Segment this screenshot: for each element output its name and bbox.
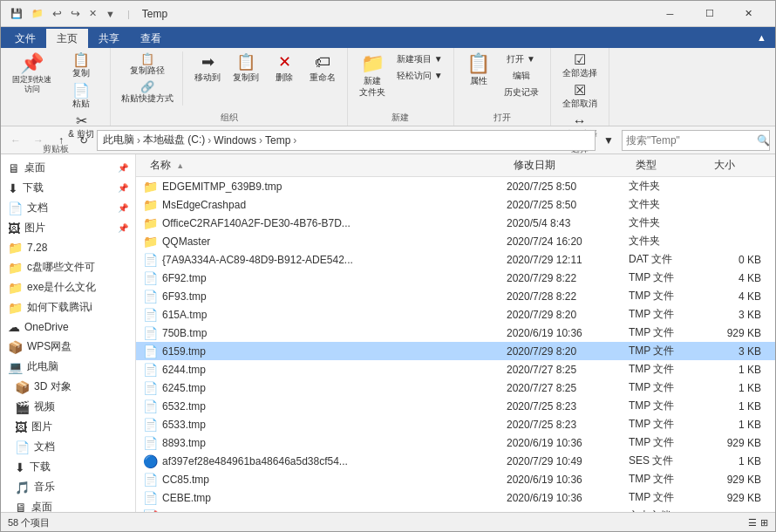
tab-share[interactable]: 共享 — [88, 29, 130, 48]
sidebar-item-cfiles[interactable]: 📁 c盘哪些文件可 — [1, 257, 135, 277]
select-none-label: 全部取消 — [562, 98, 597, 109]
sidebar-item-tencent[interactable]: 📁 如何下载腾讯i — [1, 297, 135, 317]
table-row[interactable]: 📄 6533.tmp 2020/7/25 8:23 TMP 文件 1 KB — [136, 415, 775, 433]
table-row[interactable]: 📄 6159.tmp 2020/7/29 8:20 TMP 文件 3 KB — [136, 342, 775, 360]
breadcrumb[interactable]: 此电脑 › 本地磁盘 (C:) › Windows › Temp › — [97, 130, 596, 151]
sidebar-item-exe[interactable]: 📁 exe是什么文化 — [1, 277, 135, 297]
table-row[interactable]: 📄 6244.tmp 2020/7/27 8:25 TMP 文件 1 KB — [136, 360, 775, 379]
folder-icon[interactable]: 📁 — [29, 7, 46, 20]
properties-button[interactable]: 📋 属性 — [461, 51, 496, 89]
table-row[interactable]: 📄 750B.tmp 2020/6/19 10:36 TMP 文件 929 KB — [136, 324, 775, 342]
large-icons-view-icon[interactable]: ⊞ — [760, 517, 768, 529]
new-folder-button[interactable]: 📁 新建文件夹 — [355, 51, 390, 100]
details-view-icon[interactable]: ☰ — [748, 517, 757, 529]
sidebar-item-downloads[interactable]: ⬇ 下载 📌 — [1, 178, 135, 198]
table-row[interactable]: 📁 EDGEMITMP_639B9.tmp 2020/7/25 8:50 文件夹 — [136, 177, 775, 195]
tab-home[interactable]: 主页 — [46, 29, 88, 48]
search-input[interactable] — [626, 134, 757, 147]
select-none-button[interactable]: ☒ 全部取消 — [558, 82, 602, 111]
open-button[interactable]: 打开 ▼ — [500, 51, 543, 66]
file-size-cell: 1 KB — [707, 400, 768, 413]
sidebar-item-thispc[interactable]: 💻 此电脑 — [1, 357, 135, 377]
file-name: 6F93.tmp — [162, 290, 207, 303]
new-item-button[interactable]: 新建项目 ▼ — [393, 51, 446, 66]
table-row[interactable]: 📄 8893.tmp 2020/6/19 10:36 TMP 文件 929 KB — [136, 433, 775, 452]
col-header-name[interactable]: 名称 ▲ — [143, 154, 507, 176]
easy-access-button[interactable]: 轻松访问 ▼ — [393, 68, 446, 83]
folder-file-icon: 📁 — [143, 235, 158, 249]
close-button[interactable]: ✕ — [729, 1, 768, 27]
back-button[interactable]: ← — [6, 131, 25, 150]
table-row[interactable]: 📄 615A.tmp 2020/7/29 8:20 TMP 文件 3 KB — [136, 305, 775, 324]
sidebar-item-dl[interactable]: ⬇ 下载 — [1, 457, 135, 477]
col-header-date[interactable]: 修改日期 — [507, 154, 629, 176]
sidebar-item-pics[interactable]: 🖼 图片 — [1, 417, 135, 437]
maximize-button[interactable]: ☐ — [690, 1, 729, 27]
dropdown-icon[interactable]: ▼ — [103, 8, 118, 20]
dropdown-path-button[interactable]: ▼ — [599, 131, 618, 150]
window-controls: ─ ☐ ✕ — [650, 1, 768, 27]
move-to-button[interactable]: ➡ 移动到 — [190, 51, 225, 85]
rename-button[interactable]: 🏷 重命名 — [305, 51, 340, 85]
sidebar-item-wps[interactable]: 📦 WPS网盘 — [1, 337, 135, 357]
table-row[interactable]: 📄 CEBE.tmp 2020/6/19 10:36 TMP 文件 929 KB — [136, 488, 775, 507]
desktop-icon: 🖥 — [8, 161, 20, 175]
table-row[interactable]: 📄 6245.tmp 2020/7/27 8:25 TMP 文件 1 KB — [136, 379, 775, 397]
sidebar-item-onedrive[interactable]: ☁ OneDrive — [1, 317, 135, 337]
breadcrumb-computer[interactable]: 此电脑 — [103, 133, 134, 147]
sidebar-item-pictures[interactable]: 🖼 图片 📌 — [1, 218, 135, 238]
breadcrumb-drive[interactable]: 本地磁盘 (C:) — [143, 133, 205, 147]
sidebar-item-documents[interactable]: 📄 文档 📌 — [1, 198, 135, 218]
sidebar-item-728[interactable]: 📁 7.28 — [1, 238, 135, 257]
table-row[interactable]: 📁 OfficeC2RAF140A2F-DE30-4B76-B7D... 202… — [136, 214, 775, 232]
ribbon-section-new: 📁 新建文件夹 新建项目 ▼ 轻松访问 ▼ 新建 — [348, 48, 454, 126]
paste-shortcut-button[interactable]: 🔗 粘贴快捷方式 — [118, 79, 177, 106]
file-date-cell: 2020/7/27 8:25 — [507, 364, 629, 376]
copy-path-button[interactable]: 📋 复制路径 — [118, 51, 177, 78]
sidebar-item-video[interactable]: 🎬 视频 — [1, 397, 135, 417]
select-all-button[interactable]: ☑ 全部选择 — [558, 51, 602, 80]
sidebar-item-docs[interactable]: 📄 文档 — [1, 437, 135, 457]
table-row[interactable]: 📁 QQMaster 2020/7/24 16:20 文件夹 — [136, 232, 775, 250]
tab-file[interactable]: 文件 — [4, 29, 46, 48]
table-row[interactable]: 📁 MsEdgeCrashpad 2020/7/25 8:50 文件夹 — [136, 195, 775, 214]
up-button[interactable]: ↑ — [51, 131, 71, 150]
ribbon-expand-icon[interactable]: ▲ — [752, 31, 772, 44]
col-header-type[interactable]: 类型 — [629, 154, 707, 176]
table-row[interactable]: 📄 6F93.tmp 2020/7/28 8:22 TMP 文件 4 KB — [136, 287, 775, 305]
edit-button[interactable]: 编辑 — [500, 68, 543, 83]
close-quick-icon[interactable]: ✕ — [86, 7, 99, 20]
table-row[interactable]: 🔵 af397ef28e484961ba48646a5d38cf54... 20… — [136, 452, 775, 470]
minimize-button[interactable]: ─ — [650, 1, 690, 27]
sidebar-item-music[interactable]: 🎵 音乐 — [1, 477, 135, 497]
col-header-size[interactable]: 大小 — [707, 154, 768, 176]
copy-to-button[interactable]: 📋 复制到 — [228, 51, 263, 85]
table-row[interactable]: 📄 {7A9A334A-AC89-48D9-B912-ADE542... 202… — [136, 250, 775, 269]
open-buttons: 📋 属性 打开 ▼ 编辑 历史记录 — [461, 51, 543, 110]
copy-button[interactable]: 📋 复制 — [59, 51, 103, 80]
history-button[interactable]: 历史记录 — [500, 85, 543, 99]
save-icon[interactable]: 💾 — [8, 7, 25, 20]
breadcrumb-windows[interactable]: Windows — [214, 134, 256, 147]
sidebar-item-3d[interactable]: 📦 3D 对象 — [1, 377, 135, 397]
file-type-cell: 文件夹 — [629, 197, 707, 212]
search-icon[interactable]: 🔍 — [757, 134, 770, 147]
sidebar-item-desktop[interactable]: 🖥 桌面 📌 — [1, 158, 135, 178]
file-name-cell: 📝 DESKTOP-IGULK8G-20200724-0831 — [143, 509, 507, 513]
undo-icon[interactable]: ↩ — [50, 6, 65, 21]
table-row[interactable]: 📄 6F92.tmp 2020/7/29 8:22 TMP 文件 4 KB — [136, 269, 775, 287]
paste-button[interactable]: 📄 粘贴 — [59, 82, 103, 111]
tab-view[interactable]: 查看 — [130, 29, 172, 48]
breadcrumb-temp[interactable]: Temp — [265, 134, 290, 147]
delete-button[interactable]: ✕ 删除 — [267, 51, 302, 85]
forward-button[interactable]: → — [29, 131, 48, 150]
sidebar-item-desk2[interactable]: 🖥 桌面 — [1, 497, 135, 512]
table-row[interactable]: 📄 CC85.tmp 2020/6/19 10:36 TMP 文件 929 KB — [136, 470, 775, 488]
pin-to-quickaccess-button[interactable]: 📌 固定到快速访问 — [8, 51, 56, 97]
table-row[interactable]: 📄 6532.tmp 2020/7/25 8:23 TMP 文件 1 KB — [136, 397, 775, 415]
file-name: af397ef28e484961ba48646a5d38cf54... — [162, 455, 348, 467]
refresh-button[interactable]: ↻ — [74, 131, 93, 150]
table-row[interactable]: 📝 DESKTOP-IGULK8G-20200724-0831 2020/7/2… — [136, 507, 775, 512]
ribbon-section-open: 📋 属性 打开 ▼ 编辑 历史记录 打开 — [454, 48, 551, 126]
redo-icon[interactable]: ↪ — [68, 6, 83, 21]
